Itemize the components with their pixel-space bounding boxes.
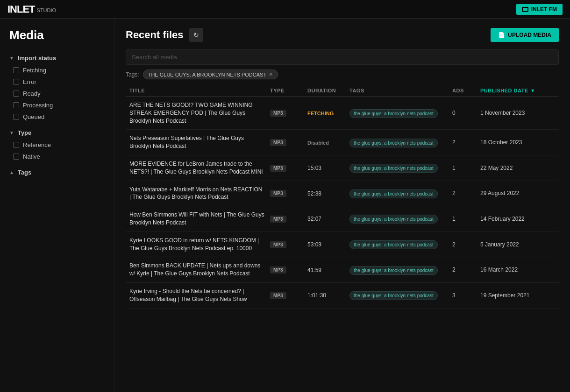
row-ads: 2	[452, 241, 480, 248]
row-tag: the glue guys: a brooklyn nets podcast	[349, 266, 452, 273]
row-tag: the glue guys: a brooklyn nets podcast	[349, 292, 452, 299]
sidebar-item-native[interactable]: Native	[0, 151, 114, 162]
sidebar-item-processing[interactable]: Processing	[0, 99, 114, 111]
row-tag: the glue guys: a brooklyn nets podcast	[349, 190, 452, 197]
sidebar-item-error[interactable]: Error	[0, 76, 114, 88]
inlet-fm-label: INLET FM	[531, 6, 557, 13]
tags-section-header[interactable]: ▲ Tags	[0, 166, 114, 179]
sidebar-item-fetching[interactable]: Fetching	[0, 64, 114, 76]
duration-value: 41:59	[307, 267, 321, 273]
chevron-up-icon-tags: ▲	[9, 170, 14, 175]
row-duration: Disabled	[307, 139, 349, 146]
upload-media-button[interactable]: 📄 UPLOAD MEDIA	[491, 28, 559, 42]
row-type: MP3	[270, 109, 307, 117]
row-type: MP3	[270, 139, 307, 146]
tags-section: ▲ Tags	[0, 166, 114, 179]
recent-files-title: Recent files	[126, 29, 184, 41]
col-tags: Tags	[349, 88, 452, 93]
ready-checkbox[interactable]	[13, 91, 19, 97]
header: INLET STUDIO INLET FM	[0, 0, 570, 19]
row-date: 22 May 2022	[480, 165, 555, 171]
col-title: Title	[129, 88, 270, 93]
refresh-button[interactable]: ↻	[189, 28, 203, 42]
table-row[interactable]: Kyrie LOOKS GOOD in return w/ NETS KINGD…	[126, 232, 559, 258]
row-ads: 2	[452, 266, 480, 273]
row-tag: the glue guys: a brooklyn nets podcast	[349, 139, 452, 146]
fetching-label: Fetching	[23, 67, 46, 74]
sort-icon: ▼	[530, 88, 535, 93]
content-header: Recent files ↻	[126, 28, 203, 42]
row-tag: the glue guys: a brooklyn nets podcast	[349, 241, 452, 248]
row-type: MP3	[270, 266, 307, 273]
type-header[interactable]: ▼ Type	[0, 126, 114, 139]
table-row[interactable]: Nets Preseason Superlatives | The Glue G…	[126, 130, 559, 155]
native-checkbox[interactable]	[13, 154, 19, 160]
table-row[interactable]: How Ben Simmons Will FIT with Nets | The…	[126, 206, 559, 232]
row-ads: 1	[452, 216, 480, 222]
inlet-fm-button[interactable]: INLET FM	[516, 4, 563, 15]
table-header: Title Type Duration Tags Ads Published d…	[126, 85, 559, 97]
row-tag: the glue guys: a brooklyn nets podcast	[349, 215, 452, 222]
processing-label: Processing	[23, 102, 53, 109]
table-row[interactable]: Ben Simmons BACK UPDATE | Nets ups and d…	[126, 257, 559, 283]
row-tag: the glue guys: a brooklyn nets podcast	[349, 110, 452, 117]
tags-section-label: Tags	[18, 169, 31, 176]
active-tag-chip[interactable]: THE GLUE GUYS: A BROOKLYN NETS PODCAST ✕	[143, 70, 278, 79]
error-checkbox[interactable]	[13, 79, 19, 85]
reference-checkbox[interactable]	[13, 142, 19, 148]
fetching-checkbox[interactable]	[13, 67, 19, 73]
import-status-section: ▼ Import status Fetching Error Ready Pro…	[0, 52, 114, 123]
duration-value: 1:01:30	[307, 292, 326, 299]
row-type: MP3	[270, 164, 307, 172]
error-label: Error	[23, 78, 36, 85]
row-duration: FETCHING	[307, 110, 349, 117]
monitor-icon	[522, 7, 528, 12]
chevron-down-icon-type: ▼	[9, 130, 14, 135]
status-badge: Disabled	[307, 140, 329, 146]
table-body: ARE THE NETS GOOD!? TWO GAME WINNING STR…	[126, 97, 559, 308]
row-title: Kyrie LOOKS GOOD in return w/ NETS KINGD…	[129, 237, 270, 252]
row-title: Yuta Watanabe + Markieff Morris on Nets …	[129, 186, 270, 202]
queued-checkbox[interactable]	[13, 114, 19, 120]
row-title: How Ben Simmons Will FIT with Nets | The…	[129, 211, 270, 227]
remove-tag-button[interactable]: ✕	[269, 71, 273, 77]
row-ads: 2	[452, 139, 480, 146]
sidebar-item-queued[interactable]: Queued	[0, 111, 114, 123]
row-date: 29 August 2022	[480, 190, 555, 196]
table-row[interactable]: Yuta Watanabe + Markieff Morris on Nets …	[126, 181, 559, 207]
import-status-header[interactable]: ▼ Import status	[0, 52, 114, 64]
table-row[interactable]: ARE THE NETS GOOD!? TWO GAME WINNING STR…	[126, 97, 559, 130]
row-type: MP3	[270, 215, 307, 223]
row-title: MORE EVIDENCE for LeBron James trade to …	[129, 160, 270, 176]
duration-value: 52:38	[307, 190, 321, 197]
tags-filter-row: Tags: THE GLUE GUYS: A BROOKLYN NETS POD…	[126, 70, 559, 79]
row-type: MP3	[270, 241, 307, 248]
col-ads: Ads	[452, 88, 480, 93]
col-type: Type	[270, 88, 307, 93]
row-ads: 2	[452, 190, 480, 196]
processing-checkbox[interactable]	[13, 102, 19, 108]
row-duration: 15:03	[307, 164, 349, 171]
row-ads: 0	[452, 110, 480, 116]
col-published-date[interactable]: Published date ▼	[480, 88, 555, 93]
row-date: 1 November 2023	[480, 110, 555, 116]
table-row[interactable]: Kyrie Irving - Should the Nets be concer…	[126, 283, 559, 308]
sidebar-item-reference[interactable]: Reference	[0, 139, 114, 151]
active-tag-text: THE GLUE GUYS: A BROOKLYN NETS PODCAST	[148, 72, 266, 77]
status-badge: FETCHING	[307, 111, 334, 116]
col-duration: Duration	[307, 88, 349, 93]
table-row[interactable]: MORE EVIDENCE for LeBron James trade to …	[126, 155, 559, 181]
row-date: 18 October 2023	[480, 139, 555, 146]
logo-text: INLET	[7, 3, 35, 15]
ready-label: Ready	[23, 90, 41, 97]
row-date: 5 January 2022	[480, 241, 555, 248]
row-duration: 52:38	[307, 190, 349, 197]
tags-filter-label: Tags:	[126, 71, 139, 78]
logo: INLET STUDIO	[7, 3, 56, 15]
row-date: 14 February 2022	[480, 216, 555, 222]
search-input[interactable]	[126, 49, 559, 65]
reference-label: Reference	[23, 141, 51, 148]
sidebar-item-ready[interactable]: Ready	[0, 88, 114, 99]
row-duration: 1:01:30	[307, 292, 349, 299]
native-label: Native	[23, 153, 40, 160]
